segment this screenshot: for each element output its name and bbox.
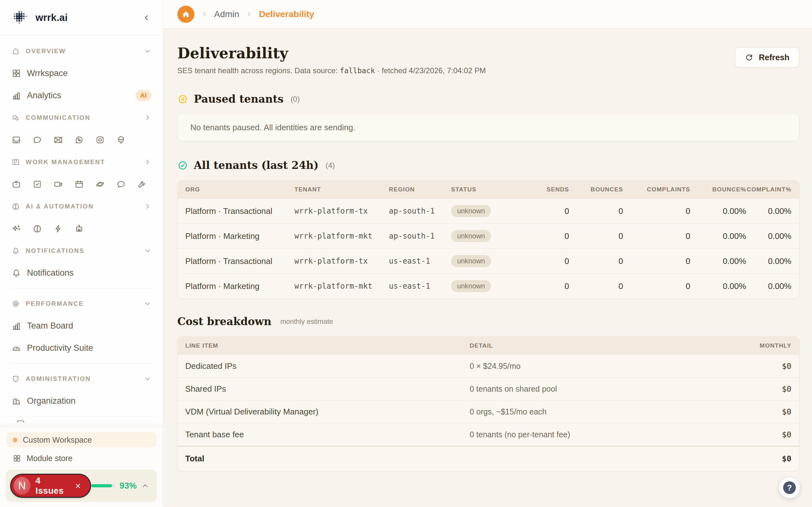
- section-header-work-management[interactable]: WORK MANAGEMENT: [8, 151, 154, 173]
- chat-bubble-icon[interactable]: [116, 179, 126, 189]
- robot-icon[interactable]: [74, 224, 84, 233]
- table-row: Tenant base fee 0 tenants (no per-tenant…: [177, 424, 799, 447]
- shield-icon: [11, 375, 20, 383]
- chat-bubble-icon[interactable]: [32, 135, 42, 145]
- chevron-down-icon: [144, 300, 151, 307]
- sends-cell: 0: [516, 274, 569, 299]
- refresh-icon: [745, 53, 753, 62]
- gauge-icon: [11, 343, 21, 353]
- detail-cell: 0 tenants on shared pool: [470, 378, 706, 400]
- org-cell: Platform · Marketing: [177, 274, 294, 299]
- section-label: NOTIFICATIONS: [26, 247, 84, 255]
- sidebar-item-analytics[interactable]: Analytics AI: [8, 84, 154, 107]
- planet-icon[interactable]: [95, 179, 105, 189]
- column-header: BOUNCES: [569, 181, 623, 199]
- sidebar-collapse-button[interactable]: [141, 12, 152, 23]
- section-header-notifications[interactable]: NOTIFICATIONS: [8, 239, 154, 262]
- section-header-administration[interactable]: ADMINISTRATION: [8, 368, 154, 390]
- logo-text: wrrk.ai: [36, 12, 135, 23]
- tenant-cell: wrrk-platform-mkt: [294, 224, 389, 249]
- issues-pill-button[interactable]: N 4 Issues: [10, 474, 91, 498]
- region-cell: us-east-1: [389, 274, 451, 299]
- instagram-icon[interactable]: [95, 135, 105, 145]
- sidebar-divider: [10, 288, 153, 288]
- close-icon[interactable]: [74, 482, 82, 490]
- alien-icon[interactable]: [116, 135, 126, 145]
- cost-table-card: LINE ITEM DETAIL MONTHLY Dedicated IPs 0…: [177, 337, 799, 471]
- clipped-sidebar-item: [17, 420, 154, 422]
- chevron-up-icon[interactable]: [141, 482, 149, 490]
- table-row: Platform · Marketing wrrk-platform-mkt a…: [177, 224, 799, 249]
- sidebar-item-module-store[interactable]: Module store: [6, 451, 156, 466]
- sidebar-item-team-board[interactable]: Team Board: [8, 315, 154, 337]
- check-square-icon[interactable]: [32, 179, 42, 189]
- complaints-cell: 0: [623, 199, 691, 224]
- all-tenants-heading: All tenants (last 24h) (4): [177, 159, 799, 171]
- progress-percent-label: 93%: [119, 481, 137, 491]
- workspace-dot-icon: [13, 438, 17, 442]
- refresh-button[interactable]: Refresh: [735, 47, 799, 67]
- bounce-pct-cell: 0.00%: [690, 249, 746, 274]
- bounces-cell: 0: [569, 224, 623, 249]
- section-header-performance[interactable]: PERFORMANCE: [8, 292, 154, 315]
- sidebar-item-productivity-suite[interactable]: Productivity Suite: [8, 337, 154, 359]
- check-circle-icon: [177, 160, 188, 171]
- sidebar-item-wrrkspace[interactable]: Wrrkspace: [8, 62, 154, 84]
- sidebar-item-organization[interactable]: Organization: [8, 390, 154, 412]
- calendar-icon[interactable]: [74, 179, 84, 189]
- table-row: VDM (Virtual Deliverability Manager) 0 o…: [177, 400, 799, 424]
- section-header-communication[interactable]: COMMUNICATION: [8, 107, 154, 129]
- sidebar-nav: OVERVIEW Wrrkspace Analytics AI COMMUNIC…: [0, 36, 163, 427]
- line-item-cell: Dedicated IPs: [177, 355, 470, 378]
- subtitle-suffix: · fetched 4/23/2026, 7:04:02 PM: [375, 66, 486, 75]
- table-row: Platform · Transactional wrrk-platform-t…: [177, 199, 799, 224]
- chevron-down-icon: [144, 247, 151, 255]
- bell-icon: [11, 246, 20, 255]
- column-header: ORG: [177, 181, 294, 199]
- progress-bar: [91, 484, 115, 487]
- page-content: Deliverability SES tenant health across …: [163, 29, 812, 507]
- video-camera-icon[interactable]: [53, 179, 63, 189]
- bounces-cell: 0: [569, 199, 623, 224]
- wrench-icon[interactable]: [137, 179, 147, 189]
- column-header: BOUNCE%: [690, 181, 746, 199]
- sidebar-divider: [10, 416, 153, 416]
- region-cell: us-east-1: [389, 249, 451, 274]
- breadcrumb-bar: Admin Deliverability: [163, 0, 812, 29]
- complaint-pct-cell: 0.00%: [746, 249, 799, 274]
- total-spacer-cell: [470, 446, 706, 471]
- section-count: (4): [325, 161, 335, 170]
- sidebar-item-label: Analytics: [27, 91, 61, 101]
- line-item-cell: Tenant base fee: [177, 424, 470, 447]
- sidebar-item-label: Notifications: [27, 268, 73, 278]
- page-subtitle: SES tenant health across regions. Data s…: [177, 66, 486, 75]
- sparkles-icon[interactable]: [11, 224, 21, 233]
- progress-fill: [91, 484, 112, 487]
- total-label-cell: Total: [177, 446, 470, 471]
- complaint-pct-cell: 0.00%: [746, 199, 799, 224]
- help-button[interactable]: ?: [779, 477, 800, 498]
- sends-cell: 0: [516, 199, 569, 224]
- home-button[interactable]: [177, 6, 194, 23]
- mail-icon[interactable]: [53, 135, 63, 145]
- briefcase-icon[interactable]: [11, 179, 21, 189]
- whatsapp-icon[interactable]: [74, 135, 84, 145]
- line-item-cell: VDM (Virtual Deliverability Manager): [177, 400, 470, 424]
- section-header-overview[interactable]: OVERVIEW: [8, 40, 154, 62]
- brain-icon[interactable]: [32, 224, 42, 233]
- sidebar-item-custom-workspace[interactable]: Custom Workspace: [6, 432, 156, 447]
- section-label: PERFORMANCE: [26, 300, 84, 307]
- section-header-ai-automation[interactable]: AI & AUTOMATION: [8, 195, 154, 217]
- sidebar-item-notifications[interactable]: Notifications: [8, 262, 154, 284]
- kanban-icon: [11, 158, 20, 166]
- lightning-icon[interactable]: [53, 224, 63, 233]
- status-badge: unknown: [451, 280, 491, 292]
- target-icon: [11, 299, 20, 308]
- column-header: SENDS: [516, 181, 569, 199]
- cost-header-row: LINE ITEM DETAIL MONTHLY: [177, 337, 799, 355]
- chevron-right-icon: [144, 203, 151, 210]
- section-label: OVERVIEW: [26, 48, 66, 55]
- inbox-icon[interactable]: [11, 135, 21, 145]
- breadcrumb-current[interactable]: Deliverability: [259, 9, 314, 19]
- breadcrumb-admin[interactable]: Admin: [214, 9, 239, 19]
